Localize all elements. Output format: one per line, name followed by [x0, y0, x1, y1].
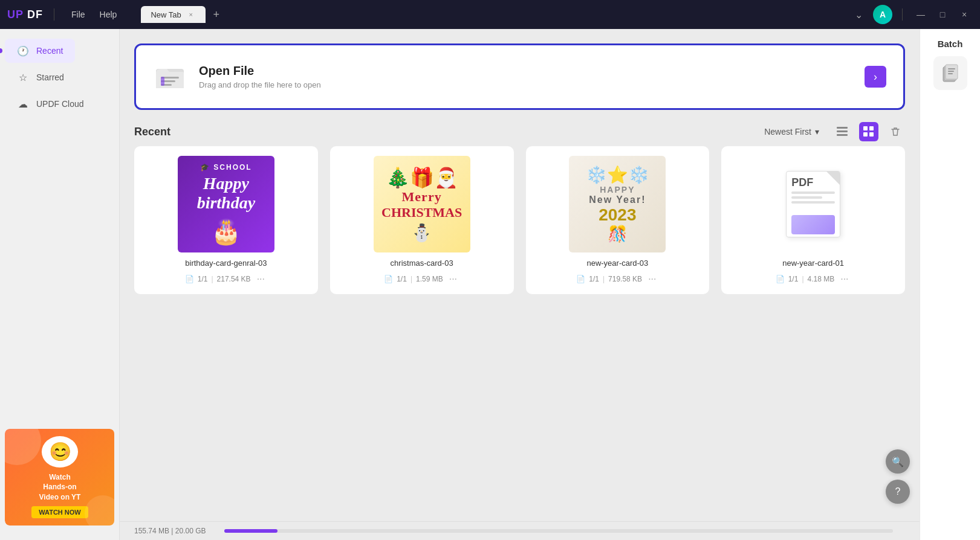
- pdf-thumb-img: [791, 215, 835, 234]
- sort-dropdown[interactable]: Newest First ▾: [758, 123, 825, 140]
- svg-rect-15: [948, 68, 955, 69]
- pdf-line-short: [791, 196, 822, 199]
- file-card[interactable]: 🎓 SCHOOL Happy birthday 🎂 birthday-card-…: [134, 146, 318, 294]
- content-wrapper: Open File Drag and drop the file here to…: [120, 29, 920, 540]
- maximize-button[interactable]: □: [934, 6, 951, 23]
- ad-line3: Video on YT: [39, 492, 81, 503]
- help-floating-button[interactable]: ?: [886, 480, 910, 504]
- list-view-button[interactable]: [832, 122, 852, 141]
- tab-add-button[interactable]: +: [208, 6, 225, 23]
- pdf-line: [791, 191, 835, 194]
- menu-item-help[interactable]: Help: [94, 7, 123, 22]
- file-more-christmas[interactable]: ···: [447, 274, 459, 284]
- search-floating-button[interactable]: 🔍: [886, 449, 910, 474]
- file-card[interactable]: ❄️⭐❄️ HAPPY New Year! 2023 🎊 new-year-ca…: [526, 146, 710, 294]
- titlebar-divider: [54, 8, 54, 21]
- birthday-happy-text: Happy birthday: [178, 174, 274, 213]
- birthday-cake-emoji: 🎂: [178, 217, 274, 246]
- svg-rect-5: [837, 127, 848, 129]
- file-meta-christmas: 📄 1/1 | 1.59 MB ···: [340, 274, 504, 284]
- help-floating-icon: ?: [895, 486, 901, 497]
- file-more-newyear01[interactable]: ···: [838, 274, 851, 284]
- sidebar-item-starred[interactable]: ☆ Starred: [5, 65, 114, 89]
- sidebar-recent-wrapper: 🕐 Recent: [0, 39, 119, 63]
- sidebar-label-cloud: UPDF Cloud: [36, 99, 84, 109]
- svg-rect-8: [863, 126, 868, 130]
- file-grid: 🎓 SCHOOL Happy birthday 🎂 birthday-card-…: [134, 146, 905, 294]
- file-more-birthday[interactable]: ···: [255, 274, 267, 284]
- tab-close-button[interactable]: ×: [186, 10, 196, 19]
- christmas-text: CHRISTMAS: [381, 205, 462, 220]
- recent-section-title: Recent: [134, 126, 170, 138]
- floating-buttons: 🔍 ?: [886, 449, 910, 504]
- list-view-icon: [837, 126, 848, 137]
- ad-banner[interactable]: 😊 Watch Hands-on Video on YT WATCH NOW: [5, 429, 114, 526]
- file-card[interactable]: PDF new-year-card-01: [721, 146, 905, 294]
- ad-circle-1: [5, 429, 41, 465]
- tab-new[interactable]: New Tab ×: [141, 6, 205, 23]
- file-pages-christmas: 1/1: [397, 275, 407, 283]
- ad-face-emoji: 😊: [49, 441, 71, 462]
- menu-item-file[interactable]: File: [65, 7, 91, 22]
- status-bar: 155.74 MB | 20.00 GB: [120, 521, 920, 540]
- titlebar-actions: ⌄ A — □ ×: [849, 5, 973, 24]
- file-icon-newyear01: 📄: [776, 275, 785, 283]
- svg-rect-16: [948, 71, 954, 72]
- batch-title: Batch: [938, 39, 963, 49]
- birthday-school-text: 🎓 SCHOOL: [178, 163, 274, 172]
- ad-image: 😊 Watch Hands-on Video on YT WATCH NOW: [5, 429, 114, 526]
- right-panel: Batch: [920, 29, 980, 540]
- year-number: 2023: [586, 205, 649, 225]
- delete-button[interactable]: [886, 122, 905, 141]
- open-file-arrow-button[interactable]: ›: [865, 66, 886, 88]
- meta-divider: |: [410, 275, 412, 283]
- sidebar-label-starred: Starred: [36, 72, 64, 82]
- file-thumbnail-newyear01: PDF: [765, 156, 862, 252]
- new-year-text: New Year!: [586, 194, 649, 205]
- close-button[interactable]: ×: [956, 6, 973, 23]
- batch-svg-icon: [941, 63, 960, 83]
- minimize-button[interactable]: —: [912, 6, 929, 23]
- logo-pdf: DF: [27, 8, 43, 21]
- content-main: Open File Drag and drop the file here to…: [120, 29, 920, 521]
- newyear-content: ❄️⭐❄️ HAPPY New Year! 2023 🎊: [586, 165, 649, 243]
- grid-view-icon: [863, 126, 874, 137]
- file-more-newyear03[interactable]: ···: [646, 274, 658, 284]
- ad-watch-button[interactable]: WATCH NOW: [31, 506, 88, 518]
- tab-bar: New Tab × +: [141, 6, 843, 23]
- file-card[interactable]: 🎄🎁🎅 Merry CHRISTMAS ⛄ christmas-card-03 …: [330, 146, 514, 294]
- titlebar-menu: File Help: [65, 7, 123, 22]
- sort-icon: ▾: [815, 127, 819, 137]
- open-file-title: Open File: [199, 64, 321, 78]
- sidebar-label-recent: Recent: [36, 46, 63, 56]
- christmas-content: 🎄🎁🎅 Merry CHRISTMAS ⛄: [381, 166, 462, 243]
- meta-divider: |: [802, 275, 803, 283]
- avatar[interactable]: A: [873, 5, 892, 24]
- birthday-content: 🎓 SCHOOL Happy birthday 🎂: [178, 163, 274, 246]
- file-size-newyear03: 719.58 KB: [608, 275, 642, 283]
- ad-line2: Hands-on: [39, 482, 81, 492]
- open-file-card[interactable]: Open File Drag and drop the file here to…: [134, 43, 905, 110]
- storage-progress-bar: [224, 529, 893, 533]
- sidebar-item-updf-cloud[interactable]: ☁ UPDF Cloud: [5, 92, 114, 116]
- merry-text: Merry: [381, 189, 462, 205]
- sort-label: Newest First: [764, 127, 811, 137]
- file-svg-icon: [155, 62, 185, 92]
- app-logo: UPDF: [7, 8, 43, 21]
- trash-icon: [890, 126, 901, 137]
- file-name-birthday: birthday-card-genral-03: [185, 259, 267, 268]
- dropdown-button[interactable]: ⌄: [849, 5, 868, 24]
- ad-line1: Watch: [39, 472, 81, 483]
- titlebar: UPDF File Help New Tab × + ⌄ A — □ ×: [0, 0, 980, 29]
- meta-divider: |: [603, 275, 605, 283]
- actions-divider: [902, 8, 903, 21]
- file-icon-christmas: 📄: [384, 275, 393, 283]
- svg-rect-10: [863, 132, 868, 137]
- svg-rect-6: [837, 130, 848, 132]
- batch-icon-button[interactable]: [933, 56, 967, 90]
- birthday-thumb: 🎓 SCHOOL Happy birthday 🎂: [178, 156, 274, 252]
- grid-view-button[interactable]: [859, 122, 878, 141]
- sidebar-item-recent[interactable]: 🕐 Recent: [5, 39, 75, 63]
- file-icon-birthday: 📄: [185, 275, 194, 283]
- pdf-lines: [787, 191, 840, 213]
